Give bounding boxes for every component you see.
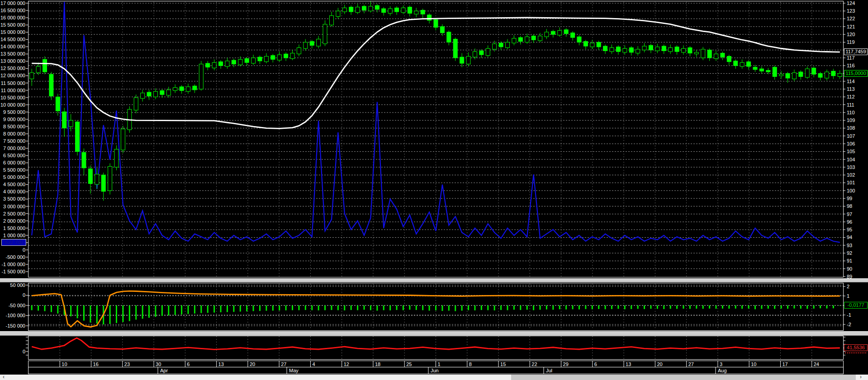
week-label: 1 <box>438 361 441 367</box>
volume-axis-label: 15 000 000 <box>0 29 25 35</box>
volume-axis-label: 6 000 000 <box>3 160 25 165</box>
price-axis-label: 92 <box>847 250 852 256</box>
price-axis-label: 121 <box>847 24 855 29</box>
week-label: 24 <box>814 361 819 367</box>
week-label: 12 <box>344 361 349 367</box>
price-axis-label: 103 <box>847 164 855 170</box>
oscillator-current-value-box: -0,0177 <box>844 302 868 309</box>
oscillator-current-value: -0,0177 <box>847 302 864 308</box>
horizontal-scrollbar-thumb[interactable] <box>511 375 856 380</box>
last-price-value: 115,0000 <box>845 70 866 76</box>
price-axis-label: 106 <box>847 141 855 146</box>
price-axis-label: 101 <box>847 180 855 185</box>
volume-axis-label: 12 000 000 <box>0 73 25 78</box>
price-pane[interactable] <box>28 1 843 277</box>
oscillator-left-axis-label: -100 000 <box>6 313 25 318</box>
week-label: 6 <box>187 361 190 367</box>
volume-axis-label: -1 500 000 <box>1 269 25 274</box>
price-axis-label: 94 <box>847 235 852 240</box>
volume-axis-label: 9 500 000 <box>3 109 25 115</box>
price-axis-label: 120 <box>847 32 855 37</box>
price-axis-label: 100 <box>847 188 855 193</box>
volume-current-value: 522 700 <box>5 239 23 245</box>
price-axis-label: 112 <box>847 94 855 99</box>
price-axis-label: 90 <box>847 266 852 272</box>
volume-axis-label: 7 500 000 <box>3 138 25 144</box>
volume-axis-label: -500 000 <box>6 254 25 260</box>
week-label: 22 <box>531 361 537 367</box>
volume-axis-label: 4 000 000 <box>3 189 25 194</box>
price-axis-label: 99 <box>847 196 852 201</box>
month-label: Jul <box>546 368 552 373</box>
week-label: 20 <box>250 361 255 367</box>
volume-axis-label: 13 500 000 <box>0 51 25 56</box>
week-label: 18 <box>375 361 380 367</box>
volume-axis-label: 14 000 000 <box>0 44 25 49</box>
price-axis-label: 97 <box>847 211 852 217</box>
price-axis-label: 113 <box>847 86 855 92</box>
last-price-box: 115,0000 <box>844 70 868 77</box>
volume-current-value-box: 522 700 <box>1 239 26 246</box>
volume-axis-label: 10 500 000 <box>0 95 25 100</box>
price-axis-label: 98 <box>847 203 852 209</box>
week-label: 6 <box>594 361 597 367</box>
volume-axis-label: 8 000 000 <box>3 131 25 136</box>
price-axis-label: 104 <box>847 157 855 162</box>
volume-axis-label: 12 500 000 <box>0 66 25 71</box>
oscillator-right-axis-label: -2 <box>847 322 851 327</box>
volume-axis-label: 2 500 000 <box>3 211 25 216</box>
chart-canvas: 17 000 00016 500 00016 000 00015 500 000… <box>0 0 868 380</box>
price-axis-label: 96 <box>847 219 852 225</box>
scroll-left-arrow[interactable]: ‹ <box>3 375 5 380</box>
volume-axis-label: 16 500 000 <box>0 8 25 13</box>
volume-axis-label: 0 <box>23 247 25 253</box>
oscillator-pane[interactable] <box>28 283 843 330</box>
volume-axis-label: 3 500 000 <box>3 196 25 202</box>
indicator-pane[interactable] <box>28 336 843 359</box>
volume-axis[interactable]: 17 000 00016 500 00016 000 00015 500 000… <box>0 0 28 274</box>
indicator-current-value-box: 41,5536 <box>844 344 868 351</box>
pane-splitter-2[interactable] <box>0 331 868 336</box>
volume-axis-label: 3 000 000 <box>3 204 25 209</box>
volume-axis-label: 13 000 000 <box>0 58 25 64</box>
volume-axis-label: 17 000 000 <box>0 0 25 6</box>
week-label: 20 <box>657 361 662 367</box>
week-label: 10 <box>62 361 67 367</box>
volume-axis-label: 11 000 000 <box>1 88 25 93</box>
volume-axis-label: 5 000 000 <box>3 174 25 180</box>
price-axis-label: 95 <box>847 227 852 232</box>
volume-axis-label: 5 500 000 <box>3 167 25 173</box>
week-label: 25 <box>406 361 412 367</box>
pane-splitter-1[interactable] <box>0 278 868 282</box>
week-label: 8 <box>469 361 472 367</box>
volume-axis-label: 2 000 000 <box>3 218 25 224</box>
week-label: 13 <box>626 361 631 367</box>
oscillator-right-axis-label: -1 <box>847 312 851 318</box>
volume-axis-label: 1 000 000 <box>3 233 25 238</box>
price-axis-label: 109 <box>847 117 855 123</box>
oscillator-left-axis-label: 50 000 <box>10 282 25 288</box>
month-label: May <box>289 368 299 373</box>
week-label: 27 <box>688 361 694 367</box>
oscillator-right-axis-label: 2 <box>847 284 849 289</box>
price-axis-label: 91 <box>847 258 852 263</box>
price-axis-label: 116 <box>847 63 855 68</box>
volume-axis-label: 11 500 000 <box>1 80 25 86</box>
price-axis-label: 108 <box>847 125 855 131</box>
week-label: 3 <box>720 361 722 367</box>
oscillator-left-axis-label: -150 000 <box>6 323 25 328</box>
price-axis[interactable]: 1241231221211201191171161141131121111101… <box>843 0 855 279</box>
price-axis-label: 105 <box>847 149 855 154</box>
indicator-current-value: 41,5536 <box>847 345 865 350</box>
volume-axis-label: -1 000 000 <box>1 262 25 267</box>
scroll-right-arrow[interactable]: › <box>860 375 862 380</box>
week-label: 17 <box>782 361 787 367</box>
week-label: 15 <box>500 361 506 367</box>
volume-axis-label: 15 500 000 <box>0 22 25 28</box>
price-axis-label: 110 <box>847 110 855 115</box>
price-axis-label: 107 <box>847 133 855 139</box>
price-axis-label: 123 <box>847 8 855 14</box>
price-axis-label: 93 <box>847 243 852 248</box>
week-label: 13 <box>218 361 224 367</box>
week-label: 30 <box>156 361 161 367</box>
